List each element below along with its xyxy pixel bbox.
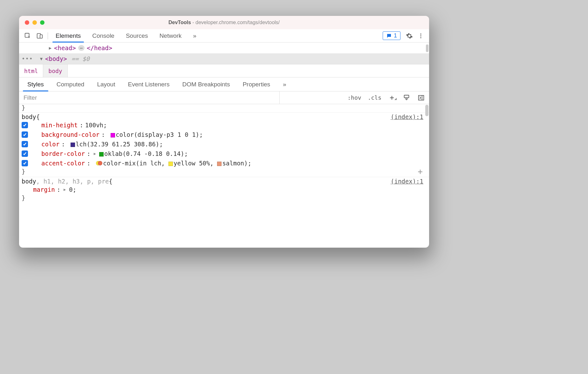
selector-text: body bbox=[22, 113, 36, 120]
svg-rect-6 bbox=[404, 95, 409, 97]
svg-rect-7 bbox=[419, 95, 424, 100]
prop-name[interactable]: color bbox=[41, 139, 59, 149]
scrollbar[interactable] bbox=[426, 44, 428, 52]
styles-filter-bar: :hov .cls bbox=[19, 91, 429, 104]
kebab-menu-icon[interactable] bbox=[415, 33, 427, 39]
dom-tag-close: </head> bbox=[87, 44, 112, 51]
filter-input[interactable] bbox=[19, 91, 280, 104]
dom-tag-open: <head> bbox=[54, 44, 76, 51]
paint-brush-icon[interactable] bbox=[401, 94, 412, 101]
selected-node-marker: == $0 bbox=[72, 55, 90, 62]
svg-rect-2 bbox=[40, 35, 42, 38]
dom-node-head[interactable]: ▶ <head> ⋯ </head> bbox=[19, 43, 429, 53]
tab-sources[interactable]: Sources bbox=[120, 29, 154, 42]
color-mix-swatch-icon[interactable] bbox=[96, 161, 102, 166]
color-swatch-icon[interactable] bbox=[111, 133, 115, 137]
tab-elements[interactable]: Elements bbox=[50, 29, 86, 42]
traffic-lights bbox=[25, 20, 44, 25]
rule-close-brace: } bbox=[22, 168, 429, 175]
insert-rule-icon[interactable]: + bbox=[418, 167, 423, 176]
color-swatch-icon[interactable] bbox=[168, 162, 173, 166]
prop-name[interactable]: background-color bbox=[41, 130, 99, 139]
dom-breadcrumbs: html body bbox=[19, 64, 429, 77]
expand-triangle-icon[interactable]: ▶ bbox=[48, 45, 53, 50]
svg-point-3 bbox=[420, 33, 421, 34]
color-swatch-icon[interactable] bbox=[99, 152, 104, 157]
prop-value[interactable]: 0; bbox=[69, 185, 76, 194]
styles-pane[interactable]: } (index):1 body { min-height: 100vh; ba… bbox=[19, 104, 429, 248]
dom-node-body[interactable]: ▼ <body> == $0 bbox=[19, 53, 429, 64]
sidebar-tabs: Styles Computed Layout Event Listeners D… bbox=[19, 77, 429, 91]
issues-badge[interactable]: 1 bbox=[383, 31, 400, 40]
tabs-overflow[interactable]: » bbox=[187, 29, 202, 42]
new-style-rule-icon[interactable] bbox=[386, 95, 397, 101]
prop-name[interactable]: accent-color bbox=[41, 158, 85, 168]
subtab-styles[interactable]: Styles bbox=[21, 77, 50, 91]
dom-tree[interactable]: ▶ <head> ⋯ </head> ••• ▼ <body> == $0 bbox=[19, 43, 429, 64]
property-checkbox[interactable] bbox=[22, 150, 28, 157]
decl-accent-color[interactable]: accent-color: color-mix(in lch, yellow 5… bbox=[22, 158, 429, 168]
property-checkbox[interactable] bbox=[22, 160, 28, 166]
collapse-triangle-icon[interactable]: ▼ bbox=[39, 56, 44, 61]
inspect-element-icon[interactable] bbox=[22, 32, 34, 39]
subtabs-overflow[interactable]: » bbox=[277, 77, 293, 91]
tab-network[interactable]: Network bbox=[154, 29, 188, 42]
decl-border-color[interactable]: border-color: ▶ oklab(0.74 -0.18 0.14); bbox=[22, 149, 429, 158]
devtools-window: DevTools - developer.chrome.com/tags/dev… bbox=[19, 16, 429, 248]
hov-toggle[interactable]: :hov bbox=[346, 94, 362, 101]
dom-ellipsis-icon[interactable]: ⋯ bbox=[78, 45, 85, 51]
minimize-window-button[interactable] bbox=[32, 20, 37, 25]
color-swatch-icon[interactable] bbox=[217, 162, 222, 166]
cls-toggle[interactable]: .cls bbox=[366, 94, 383, 101]
main-toolbar: Elements Console Sources Network » 1 bbox=[19, 29, 429, 43]
style-rule-body[interactable]: (index):1 body { min-height: 100vh; back… bbox=[19, 113, 429, 176]
property-checkbox[interactable] bbox=[22, 141, 28, 147]
decl-margin[interactable]: margin: ▶ 0; bbox=[22, 185, 429, 194]
prop-name[interactable]: min-height bbox=[41, 120, 78, 130]
window-title: DevTools - developer.chrome.com/tags/dev… bbox=[168, 20, 280, 25]
computed-sidebar-icon[interactable] bbox=[416, 94, 427, 101]
subtab-layout[interactable]: Layout bbox=[91, 77, 121, 91]
svg-point-5 bbox=[420, 37, 421, 38]
tab-console[interactable]: Console bbox=[86, 29, 120, 42]
crumb-body[interactable]: body bbox=[43, 64, 67, 77]
close-window-button[interactable] bbox=[25, 20, 29, 25]
subtab-event-listeners[interactable]: Event Listeners bbox=[121, 77, 176, 91]
subtab-computed[interactable]: Computed bbox=[50, 77, 91, 91]
subtab-properties[interactable]: Properties bbox=[236, 77, 277, 91]
rule-selector-line[interactable]: body, h1, h2, h3, p, pre { bbox=[22, 178, 429, 185]
titlebar: DevTools - developer.chrome.com/tags/dev… bbox=[19, 16, 429, 29]
stray-brace: } bbox=[19, 104, 429, 111]
crumb-html[interactable]: html bbox=[19, 64, 43, 77]
decl-min-height[interactable]: min-height: 100vh; bbox=[22, 120, 429, 130]
decl-background-color[interactable]: background-color: color(display-p3 1 0 1… bbox=[22, 130, 429, 139]
subtab-dom-breakpoints[interactable]: DOM Breakpoints bbox=[176, 77, 236, 91]
expand-shorthand-icon[interactable]: ▶ bbox=[94, 149, 96, 158]
prop-value[interactable]: color-mix(in lch, yellow 50%, salmon); bbox=[92, 158, 251, 168]
settings-icon[interactable] bbox=[404, 32, 415, 39]
issues-count: 1 bbox=[394, 32, 397, 39]
style-rule-body-h1[interactable]: (index):1 body, h1, h2, h3, p, pre { mar… bbox=[19, 177, 429, 202]
prop-value[interactable]: lch(32.39 61.25 308.86); bbox=[67, 139, 163, 149]
prop-value[interactable]: 100vh; bbox=[85, 120, 107, 130]
main-tabs: Elements Console Sources Network » bbox=[50, 29, 202, 42]
prop-value[interactable]: oklab(0.74 -0.18 0.14); bbox=[99, 149, 188, 158]
decl-color[interactable]: color: lch(32.39 61.25 308.86); bbox=[22, 139, 429, 149]
source-link[interactable]: (index):1 bbox=[391, 113, 423, 120]
rule-selector-line[interactable]: body { bbox=[22, 113, 429, 120]
rule-close-brace: } bbox=[22, 194, 429, 201]
window-title-url: developer.chrome.com/tags/devtools/ bbox=[195, 20, 280, 25]
device-toggle-icon[interactable] bbox=[34, 32, 46, 39]
prop-name[interactable]: margin bbox=[33, 185, 55, 194]
property-checkbox[interactable] bbox=[22, 131, 28, 138]
zoom-window-button[interactable] bbox=[40, 20, 44, 25]
color-swatch-icon[interactable] bbox=[71, 143, 75, 147]
property-checkbox[interactable] bbox=[22, 122, 28, 128]
prop-value[interactable]: color(display-p3 1 0 1); bbox=[107, 130, 203, 139]
row-actions-icon[interactable]: ••• bbox=[22, 55, 33, 62]
prop-name[interactable]: border-color bbox=[41, 149, 85, 158]
selector-text: body, h1, h2, h3, p, pre bbox=[22, 178, 109, 185]
expand-shorthand-icon[interactable]: ▶ bbox=[64, 185, 66, 194]
dom-tag: <body> bbox=[45, 55, 67, 62]
source-link[interactable]: (index):1 bbox=[391, 178, 423, 185]
